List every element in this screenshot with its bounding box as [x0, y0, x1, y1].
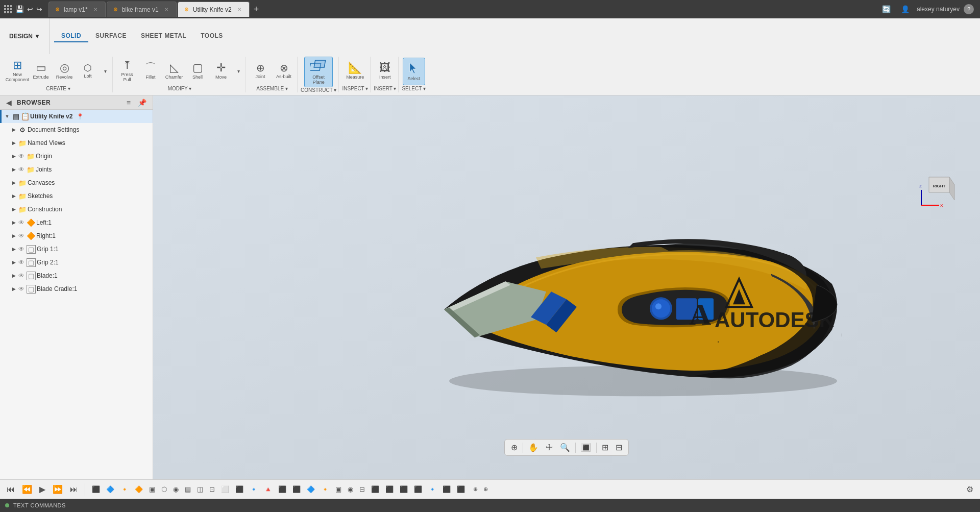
tl-icon-12[interactable]: ⬛: [233, 484, 246, 495]
redo-icon[interactable]: ↪: [36, 5, 42, 13]
insert-image[interactable]: 🖼 Insert: [374, 58, 396, 85]
modify-fillet[interactable]: ⌒ Fillet: [139, 58, 162, 85]
nav-cube[interactable]: RIGHT X Z: [914, 172, 965, 213]
modify-shell[interactable]: ▢ Shell: [186, 58, 209, 85]
account-button[interactable]: 👤: [898, 4, 913, 14]
tab-tools[interactable]: TOOLS: [193, 30, 230, 42]
timeline-prev[interactable]: ⏪: [19, 483, 35, 496]
tab-knife-close[interactable]: ✕: [236, 6, 243, 13]
construct-plane[interactable]: Offset Plane: [304, 57, 333, 87]
tab-lamp-close[interactable]: ✕: [92, 6, 99, 13]
tree-item-right[interactable]: ▶ 👁 🔶 Right:1: [0, 229, 153, 242]
create-revolve[interactable]: ◎ Revolve: [53, 58, 76, 85]
tl-icon-26[interactable]: 🔹: [426, 484, 439, 495]
tl-icon-19[interactable]: ▣: [333, 484, 344, 495]
tree-item-origin[interactable]: ▶ 👁 📁 Origin: [0, 150, 153, 163]
vp-orbit-button[interactable]: ✋: [525, 441, 542, 454]
tl-icon-25[interactable]: ⬛: [411, 484, 425, 495]
eye-grip1[interactable]: 👁: [18, 246, 24, 253]
viewport[interactable]: A AUTODESK .: [153, 95, 980, 479]
tl-icon-15[interactable]: ⬛: [276, 484, 289, 495]
tl-icon-21[interactable]: ⊟: [357, 484, 368, 495]
modify-chamfer[interactable]: ◺ Chamfer: [163, 58, 185, 85]
timeline-play[interactable]: ▶: [37, 483, 48, 496]
tab-surface[interactable]: SURFACE: [88, 30, 134, 42]
tl-icon-23[interactable]: ⬛: [383, 484, 396, 495]
tl-icon-16[interactable]: ⬛: [290, 484, 303, 495]
tab-bike-close[interactable]: ✕: [163, 6, 170, 13]
undo-icon[interactable]: ↩: [27, 5, 33, 13]
tree-item-blade[interactable]: ▶ 👁 ▢ Blade:1: [0, 269, 153, 282]
create-more[interactable]: ▾: [100, 58, 110, 85]
help-button[interactable]: ?: [964, 4, 974, 14]
vp-pan-button[interactable]: ☩: [543, 441, 556, 454]
app-menu[interactable]: 💾 ↩ ↪: [0, 0, 46, 18]
timeline-end[interactable]: ⏭: [67, 483, 81, 496]
tl-icon-28[interactable]: ⬛: [454, 484, 468, 495]
tab-lamp[interactable]: ⚙ lamp v1* ✕: [48, 2, 106, 17]
eye-grip2[interactable]: 👁: [18, 259, 24, 266]
tree-item-canvases[interactable]: ▶ 📁 Canvases: [0, 176, 153, 189]
tl-icon-10[interactable]: ⊡: [207, 484, 217, 495]
tl-icon-13[interactable]: 🔹: [247, 484, 260, 495]
create-loft[interactable]: ⬡ Loft: [77, 58, 99, 85]
create-new-component[interactable]: ⊞ New Component: [6, 58, 29, 85]
eye-origin[interactable]: 👁: [18, 153, 24, 160]
tree-item-grip1[interactable]: ▶ 👁 ▢ Grip 1:1: [0, 242, 153, 256]
eye-blade[interactable]: 👁: [18, 272, 24, 279]
app-grid-icon[interactable]: [4, 5, 12, 13]
eye-joints[interactable]: 👁: [18, 166, 24, 173]
tl-icon-17[interactable]: 🔷: [304, 484, 317, 495]
tree-item-bladecradle[interactable]: ▶ 👁 ▢ Blade Cradle:1: [0, 282, 153, 296]
eye-bladecradle[interactable]: 👁: [18, 285, 24, 292]
timeline-start[interactable]: ⏮: [4, 483, 17, 496]
browser-back-button[interactable]: ◀: [4, 98, 14, 107]
assemble-joint[interactable]: ⊕ Joint: [249, 58, 272, 85]
tl-icon-2[interactable]: 🔷: [104, 484, 117, 495]
modify-presspull[interactable]: ⤒ Press Pull: [116, 58, 138, 85]
design-dropdown[interactable]: DESIGN ▼: [0, 18, 50, 54]
select-tool[interactable]: Select: [403, 58, 425, 85]
tl-icon-9[interactable]: ◫: [194, 484, 206, 495]
tl-icon-11[interactable]: ⬜: [218, 484, 232, 495]
tree-item-construction[interactable]: ▶ 📁 Construction: [0, 203, 153, 216]
eye-left[interactable]: 👁: [18, 219, 24, 226]
tl-icon-27[interactable]: ⬛: [440, 484, 453, 495]
tl-expand2[interactable]: ⊕: [481, 484, 491, 494]
tab-bike[interactable]: ⚙ bike frame v1 ✕: [107, 2, 177, 17]
tl-icon-8[interactable]: ▤: [182, 484, 193, 495]
tl-icon-3[interactable]: 🔸: [118, 484, 131, 495]
vp-home-button[interactable]: ⊕: [508, 441, 521, 454]
vp-display-button[interactable]: 🔳: [578, 441, 594, 454]
tab-knife[interactable]: ⚙ Utility Knife v2 ✕: [178, 2, 250, 17]
save-icon[interactable]: 💾: [15, 5, 24, 13]
settings-button[interactable]: ⚙: [964, 483, 976, 496]
tl-icon-6[interactable]: ⬡: [159, 484, 169, 495]
tl-icon-22[interactable]: ⬛: [369, 484, 382, 495]
timeline-area[interactable]: ⬛ 🔷 🔸 🔶 ▣ ⬡ ◉ ▤ ◫ ⊡ ⬜ ⬛ 🔹 🔺 ⬛ ⬛ 🔷 🔸 ▣ ◉ …: [89, 484, 962, 495]
tree-item-grip2[interactable]: ▶ 👁 ▢ Grip 2:1: [0, 256, 153, 269]
vp-grid-button[interactable]: ⊞: [599, 441, 611, 454]
new-tab-button[interactable]: +: [251, 3, 262, 16]
vp-more-button[interactable]: ⊟: [612, 441, 625, 454]
tab-sheetmetal[interactable]: SHEET METAL: [134, 30, 193, 42]
modify-more[interactable]: ▾: [233, 58, 243, 85]
design-button[interactable]: DESIGN ▼: [4, 31, 45, 42]
browser-pin-button[interactable]: 📌: [136, 98, 149, 107]
tl-expand1[interactable]: ⊕: [471, 484, 480, 494]
tl-icon-7[interactable]: ◉: [170, 484, 181, 495]
vp-zoom-button[interactable]: 🔍: [557, 441, 573, 454]
tl-icon-4[interactable]: 🔶: [132, 484, 145, 495]
tree-item-root[interactable]: ▼ ▤ 📋 Utility Knife v2 📍: [0, 110, 153, 123]
tree-item-namedviews[interactable]: ▶ 📁 Named Views: [0, 136, 153, 150]
create-extrude[interactable]: ▭ Extrude: [30, 58, 52, 85]
tree-item-joints[interactable]: ▶ 👁 📁 Joints: [0, 163, 153, 176]
tl-icon-14[interactable]: 🔺: [261, 484, 275, 495]
browser-collapse-button[interactable]: ≡: [125, 98, 133, 107]
tl-icon-1[interactable]: ⬛: [89, 484, 103, 495]
update-button[interactable]: 🔄: [879, 4, 894, 14]
tree-item-docsettings[interactable]: ▶ ⚙ Document Settings: [0, 123, 153, 136]
assemble-asbuilt[interactable]: ⊗ As-built: [273, 58, 295, 85]
eye-right[interactable]: 👁: [18, 232, 24, 239]
tl-icon-24[interactable]: ⬛: [397, 484, 410, 495]
